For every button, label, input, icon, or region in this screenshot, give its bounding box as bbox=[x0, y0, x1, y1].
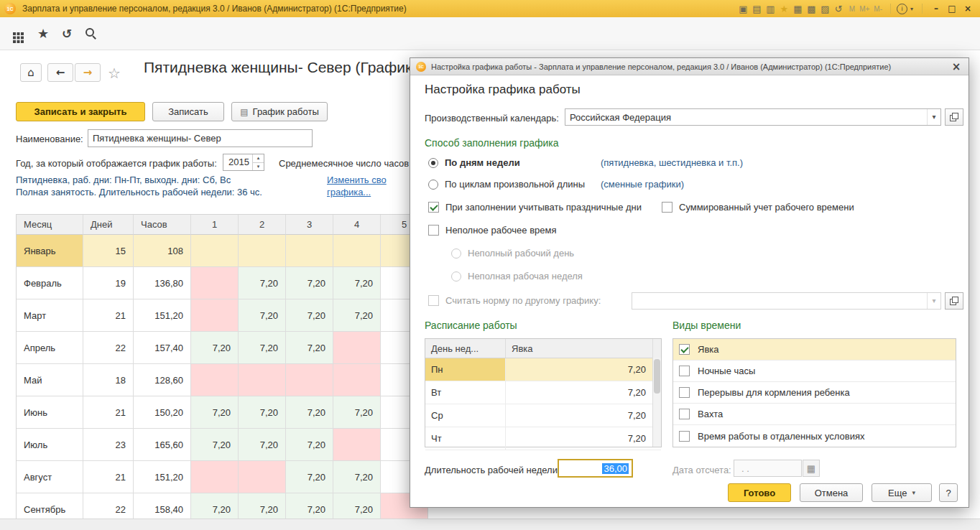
checkbox-icon[interactable] bbox=[679, 431, 690, 442]
hours-cell[interactable]: 7,20 bbox=[506, 427, 653, 450]
day-cell[interactable] bbox=[286, 364, 333, 396]
day-cell[interactable]: 7,20 bbox=[286, 267, 333, 299]
maximize-button[interactable]: □ bbox=[944, 4, 960, 14]
schedule-row[interactable]: Пн7,20 bbox=[425, 358, 661, 381]
hours-cell[interactable]: 7,20 bbox=[506, 404, 653, 427]
day-cell[interactable]: 7,20 bbox=[239, 396, 286, 429]
calendar-table-row[interactable]: Июль23165,607,207,207,20 bbox=[17, 429, 428, 461]
hours-cell[interactable]: 136,80 bbox=[134, 267, 191, 299]
weekday-cell[interactable]: Ср bbox=[425, 404, 506, 427]
weekday-cell[interactable]: Чт bbox=[425, 427, 506, 450]
forward-button[interactable]: → bbox=[75, 63, 101, 82]
name-input[interactable]: Пятидневка женщины- Север bbox=[88, 129, 313, 147]
days-cell[interactable]: 15 bbox=[83, 235, 134, 267]
time-type-row[interactable]: Вахта bbox=[673, 404, 956, 425]
schedule-row[interactable]: Чт7,20 bbox=[425, 427, 661, 450]
days-cell[interactable]: 18 bbox=[83, 364, 134, 396]
month-cell[interactable]: Февраль bbox=[17, 267, 83, 299]
day-cell[interactable]: 7,20 bbox=[239, 267, 286, 299]
hours-cell[interactable]: 151,20 bbox=[134, 299, 191, 332]
day-cell[interactable]: 7,20 bbox=[286, 299, 333, 332]
help-button[interactable]: ? bbox=[939, 483, 958, 502]
day-cell[interactable]: 7,20 bbox=[191, 396, 239, 429]
day-cell[interactable]: 7,20 bbox=[286, 396, 333, 429]
hours-cell[interactable]: 151,20 bbox=[134, 461, 191, 493]
day-cell[interactable] bbox=[191, 364, 239, 396]
day-cell[interactable]: 7,20 bbox=[333, 267, 381, 299]
schedule-scrollbar[interactable] bbox=[652, 358, 661, 447]
checkbox-icon[interactable] bbox=[679, 366, 690, 376]
info-caret-icon[interactable]: ▾ bbox=[910, 6, 913, 12]
close-button[interactable]: × bbox=[960, 4, 976, 14]
day-cell[interactable] bbox=[191, 461, 239, 493]
time-type-row[interactable]: Время работы в отдаленных условиях bbox=[673, 425, 956, 447]
day-cell[interactable]: 7,20 bbox=[239, 299, 286, 332]
history-icon[interactable]: ↺ bbox=[62, 27, 72, 40]
month-cell[interactable]: Май bbox=[17, 364, 83, 396]
add-favorite-icon[interactable]: ★ bbox=[777, 4, 791, 14]
dialog-titlebar[interactable]: 1С Настройка графика работы - Зарплата и… bbox=[410, 58, 969, 75]
checkbox-icon[interactable] bbox=[679, 344, 690, 355]
day-cell[interactable]: 7,20 bbox=[333, 299, 381, 332]
time-type-row[interactable]: Явка bbox=[673, 339, 956, 361]
day-cell[interactable]: 7,20 bbox=[239, 332, 286, 364]
time-type-row[interactable]: Перерывы для кормления ребенка bbox=[673, 382, 956, 404]
month-cell[interactable]: Апрель bbox=[17, 332, 83, 364]
day-cell[interactable]: 7,20 bbox=[191, 429, 239, 461]
print-icon[interactable]: ▤ bbox=[750, 4, 764, 14]
schedule-row[interactable]: Ср7,20 bbox=[425, 404, 661, 427]
memory-m-plus-button[interactable]: M+ bbox=[859, 5, 869, 13]
day-cell[interactable]: 7,20 bbox=[286, 332, 333, 364]
history-icon[interactable]: ↺ bbox=[832, 4, 846, 14]
production-calendar-combo[interactable]: Российская Федерация ▾ bbox=[565, 108, 941, 126]
spin-up-icon[interactable]: ▴ bbox=[253, 154, 264, 163]
work-schedule-report-button[interactable]: ▤ График работы bbox=[231, 102, 328, 121]
schedule-row[interactable]: Вт7,20 bbox=[425, 381, 661, 404]
calendar-icon[interactable]: ▦ bbox=[791, 4, 805, 14]
day-cell[interactable] bbox=[191, 267, 239, 299]
checkbox-icon[interactable] bbox=[679, 387, 690, 398]
cancel-button[interactable]: Отмена bbox=[800, 483, 863, 502]
search-icon[interactable] bbox=[85, 27, 97, 39]
weekday-cell[interactable]: Пн bbox=[425, 358, 506, 381]
month-cell[interactable]: Март bbox=[17, 299, 83, 332]
day-cell[interactable] bbox=[333, 429, 381, 461]
month-cell[interactable]: Июнь bbox=[17, 396, 83, 429]
day-cell[interactable] bbox=[239, 364, 286, 396]
calendar-table-row[interactable]: Февраль19136,807,207,207,20 bbox=[17, 267, 428, 299]
calendar-table-row[interactable]: Апрель22157,407,207,207,20 bbox=[17, 332, 428, 364]
day-cell[interactable] bbox=[286, 235, 333, 267]
memory-m-button[interactable]: M bbox=[849, 5, 855, 13]
save-button[interactable]: Записать bbox=[152, 102, 224, 121]
day-cell[interactable] bbox=[191, 299, 239, 332]
memory-m-minus-button[interactable]: M- bbox=[874, 5, 882, 13]
week-length-input[interactable]: 36,00 bbox=[558, 459, 633, 478]
save-icon[interactable]: ▣ bbox=[736, 4, 750, 14]
part-time-checkbox[interactable]: Неполное рабочее время bbox=[428, 225, 556, 236]
calendar-table-row[interactable]: Май18128,60 bbox=[17, 364, 428, 396]
calendar-table-row[interactable]: Июнь21150,207,207,207,207,20 bbox=[17, 396, 428, 429]
days-cell[interactable]: 21 bbox=[83, 461, 134, 493]
horizontal-scrollbar-area[interactable] bbox=[0, 519, 980, 530]
checkbox-icon[interactable] bbox=[679, 409, 690, 419]
days-cell[interactable]: 19 bbox=[83, 267, 134, 299]
days-cell[interactable]: 21 bbox=[83, 299, 134, 332]
close-icon[interactable]: × bbox=[950, 60, 963, 73]
time-type-row[interactable]: Ночные часы bbox=[673, 361, 956, 382]
fill-by-cycles-radio[interactable]: По циклам произвольной длины bbox=[428, 179, 585, 190]
month-cell[interactable]: Август bbox=[17, 461, 83, 493]
back-button[interactable]: ← bbox=[47, 63, 73, 82]
calculator-icon[interactable]: ▩ bbox=[805, 4, 818, 14]
hours-cell[interactable]: 157,40 bbox=[134, 332, 191, 364]
days-cell[interactable]: 23 bbox=[83, 429, 134, 461]
hours-cell[interactable]: 165,60 bbox=[134, 429, 191, 461]
days-cell[interactable]: 21 bbox=[83, 396, 134, 429]
day-cell[interactable] bbox=[333, 235, 381, 267]
day-cell[interactable]: 7,20 bbox=[333, 461, 381, 493]
info-icon[interactable]: i bbox=[897, 4, 907, 14]
day-cell[interactable] bbox=[239, 461, 286, 493]
more-button[interactable]: Еще ▾ bbox=[872, 483, 932, 502]
hours-cell[interactable]: 150,20 bbox=[134, 396, 191, 429]
day-cell[interactable]: 7,20 bbox=[286, 461, 333, 493]
preview-icon[interactable]: ▥ bbox=[764, 4, 777, 14]
